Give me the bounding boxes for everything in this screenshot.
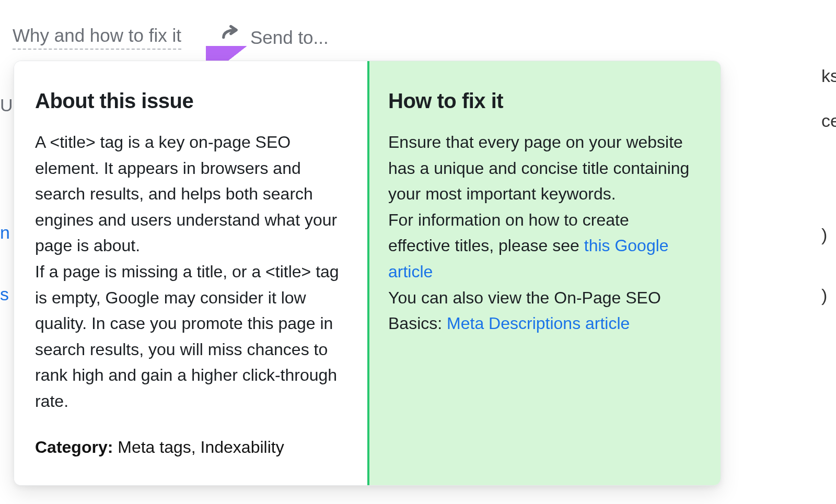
- bg-fragment: n: [0, 222, 14, 243]
- bg-fragment: UF: [0, 95, 14, 115]
- fix-para-3: You can also view the On-Page SEO Basics…: [388, 285, 695, 337]
- send-to-button[interactable]: Send to...: [219, 25, 329, 51]
- about-para-2: If a page is missing a title, or a <titl…: [35, 259, 342, 415]
- about-column: About this issue A <title> tag is a key …: [14, 61, 367, 485]
- why-and-how-link[interactable]: Why and how to fix it: [13, 26, 181, 50]
- category-value: Meta tags, Indexability: [113, 438, 284, 456]
- issue-help-popover: About this issue A <title> tag is a key …: [14, 61, 721, 486]
- bg-fragment: ): [821, 225, 836, 245]
- about-body: A <title> tag is a key on-page SEO eleme…: [35, 130, 342, 415]
- bg-fragment: ce: [821, 111, 836, 131]
- fix-para-2: For information on how to create effecti…: [388, 207, 695, 285]
- send-to-label: Send to...: [250, 27, 329, 48]
- fix-para-1: Ensure that every page on your website h…: [388, 130, 695, 207]
- about-heading: About this issue: [35, 89, 342, 113]
- share-arrow-icon: [219, 25, 241, 51]
- toolbar: Why and how to fix it Send to...: [13, 23, 836, 52]
- fix-body: Ensure that every page on your website h…: [388, 130, 695, 337]
- about-para-1: A <title> tag is a key on-page SEO eleme…: [35, 130, 342, 259]
- fix-heading: How to fix it: [388, 89, 695, 113]
- fix-column: How to fix it Ensure that every page on …: [367, 61, 721, 485]
- category-row: Category: Meta tags, Indexability: [35, 438, 342, 457]
- category-label: Category:: [35, 438, 113, 456]
- bg-fragment: s: [0, 284, 14, 304]
- bg-fragment: ks: [821, 66, 836, 86]
- bg-fragment: ): [821, 285, 836, 306]
- meta-descriptions-link[interactable]: Meta Descriptions article: [447, 314, 630, 333]
